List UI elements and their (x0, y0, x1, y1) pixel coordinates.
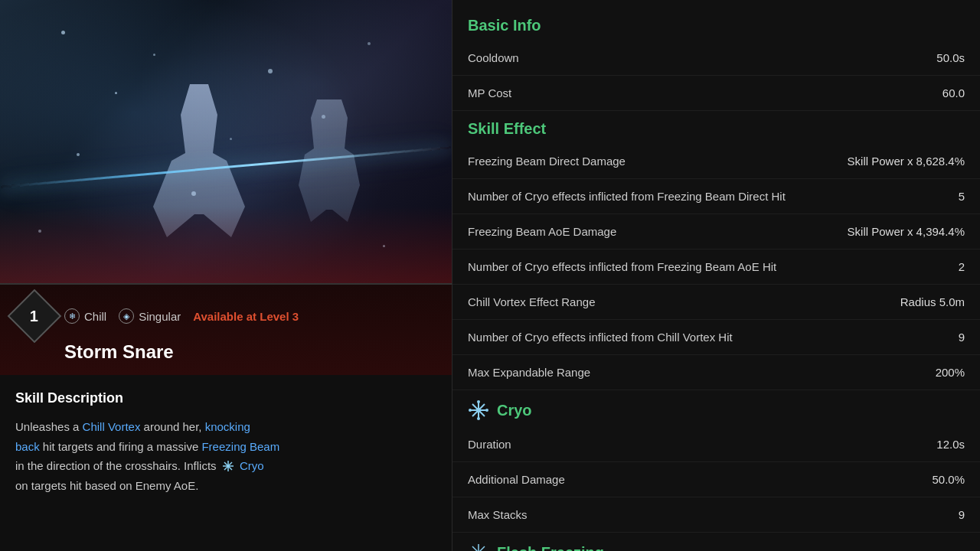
basic-info-header: Basic Info (452, 8, 980, 41)
skill-effect-header: Skill Effect (452, 111, 980, 144)
mp-cost-label: MP Cost (468, 86, 511, 99)
chill-vortex-range-label: Chill Vortex Effect Range (468, 295, 595, 308)
freezing-beam-aoe-row: Freezing Beam AoE Damage Skill Power x 4… (452, 214, 980, 249)
svg-point-9 (476, 408, 481, 412)
additional-damage-row: Additional Damage 50.0% (452, 462, 980, 497)
cryo-direct-hit-row: Number of Cryo effects inflicted from Fr… (452, 179, 980, 214)
svg-point-13 (485, 409, 488, 412)
cryo-aoe-hit-row: Number of Cryo effects inflicted from Fr… (452, 249, 980, 285)
singular-icon: ◈ (119, 308, 134, 324)
cryo-vortex-hit-row: Number of Cryo effects inflicted from Ch… (452, 320, 980, 355)
duration-label: Duration (468, 438, 511, 451)
freezing-beam-aoe-label: Freezing Beam AoE Damage (468, 225, 616, 238)
chill-icon: ❄ (64, 308, 80, 324)
level-available: Available at Level 3 (193, 310, 299, 323)
max-expandable-range-label: Max Expandable Range (468, 366, 590, 379)
singular-label: Singular (139, 310, 181, 323)
max-stacks-value: 9 (959, 508, 965, 521)
flesh-freezing-header: Flesh Freezing (452, 533, 980, 551)
chill-vortex-range-value: Radius 5.0m (900, 295, 965, 308)
chill-vortex-range-row: Chill Vortex Effect Range Radius 5.0m (452, 285, 980, 320)
max-stacks-label: Max Stacks (468, 508, 528, 521)
cryo-vortex-hit-label: Number of Cryo effects inflicted from Ch… (468, 331, 733, 344)
skill-name: Storm Snare (64, 341, 436, 363)
duration-value: 12.0s (936, 438, 965, 451)
cooldown-row: Cooldown 50.0s (452, 41, 980, 76)
cryo-icon-inline (221, 459, 235, 473)
skill-image (0, 0, 452, 283)
left-panel: 1 ❄ Chill ◈ Singular Available at Level … (0, 0, 452, 551)
cryo-vortex-hit-value: 9 (959, 331, 965, 344)
chill-vortex-link: Chill Vortex (83, 420, 141, 433)
cryo-aoe-hit-label: Number of Cryo effects inflicted from Fr… (468, 260, 776, 273)
cryo-section-label: Cryo (497, 402, 532, 419)
additional-damage-label: Additional Damage (468, 473, 565, 486)
freezing-beam-direct-label: Freezing Beam Direct Damage (468, 155, 626, 168)
cryo-link: Cryo (240, 459, 264, 472)
mp-cost-row: MP Cost 60.0 (452, 76, 980, 111)
description-title: Skill Description (15, 390, 436, 406)
cryo-aoe-hit-value: 2 (959, 260, 965, 273)
right-panel[interactable]: Basic Info Cooldown 50.0s MP Cost 60.0 S… (452, 0, 980, 551)
svg-point-12 (469, 409, 472, 412)
svg-point-11 (477, 417, 480, 420)
flesh-freezing-label: Flesh Freezing (497, 544, 604, 552)
freezing-beam-aoe-value: Skill Power x 4,394.4% (848, 225, 965, 238)
svg-point-10 (477, 400, 480, 403)
skill-level-badge: 1 (8, 289, 62, 344)
skill-tag-singular: ◈ Singular (119, 308, 181, 324)
flesh-freezing-icon (468, 542, 489, 551)
description-text: Unleashes a Chill Vortex around her, kno… (15, 417, 436, 495)
freezing-beam-direct-row: Freezing Beam Direct Damage Skill Power … (452, 144, 980, 179)
mp-cost-value: 60.0 (942, 86, 965, 99)
chill-label: Chill (84, 310, 106, 323)
skill-info-bar: 1 ❄ Chill ◈ Singular Available at Level … (0, 283, 452, 375)
freezing-beam-link: Freezing Beam (201, 440, 279, 453)
cooldown-value: 50.0s (936, 51, 965, 64)
skill-tags: ❄ Chill ◈ Singular Available at Level 3 (64, 308, 436, 324)
cryo-direct-hit-value: 5 (959, 190, 965, 203)
svg-point-4 (227, 465, 230, 468)
skill-header: 1 ❄ Chill ◈ Singular Available at Level … (15, 297, 436, 335)
cryo-direct-hit-label: Number of Cryo effects inflicted from Fr… (468, 190, 786, 203)
additional-damage-value: 50.0% (932, 473, 965, 486)
cooldown-label: Cooldown (468, 51, 519, 64)
cryo-section-icon (468, 399, 489, 421)
max-expandable-range-row: Max Expandable Range 200% (452, 355, 980, 390)
max-expandable-range-value: 200% (936, 366, 965, 379)
skill-description-area: Skill Description Unleashes a Chill Vort… (0, 375, 452, 551)
freezing-beam-direct-value: Skill Power x 8,628.4% (848, 155, 965, 168)
max-stacks-row: Max Stacks 9 (452, 497, 980, 533)
duration-row: Duration 12.0s (452, 427, 980, 462)
cryo-header: Cryo (452, 390, 980, 427)
skill-level: 1 (30, 308, 38, 325)
skill-tag-chill: ❄ Chill (64, 308, 106, 324)
